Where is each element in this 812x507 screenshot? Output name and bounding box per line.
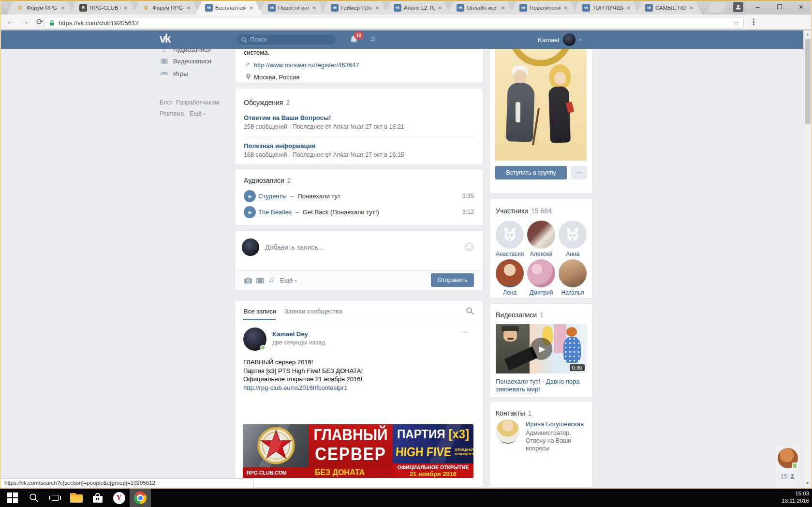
composer-avatar[interactable]	[242, 239, 259, 256]
composer-input[interactable]: Добавить запись...	[265, 243, 324, 251]
contact-name-link[interactable]: Ирина Богушевская	[526, 420, 584, 428]
close-button[interactable]: ✕	[790, 0, 812, 14]
discussion-topic-link[interactable]: Ответим на Ваши Вопросы!	[244, 114, 331, 121]
member-avatar[interactable]	[527, 221, 555, 249]
member-name[interactable]: Анастасия	[494, 251, 525, 257]
member-name[interactable]: Наталья	[557, 289, 588, 296]
minimize-button[interactable]: –	[747, 0, 768, 14]
scrollbar-thumb[interactable]	[805, 39, 811, 124]
attach-video-icon[interactable]	[256, 276, 265, 285]
contacts-header[interactable]: Контакты1	[496, 409, 531, 418]
search-input[interactable]: Поиск	[236, 34, 337, 45]
audio-artist-link[interactable]: The Beatles	[258, 209, 292, 216]
footer-link-blog[interactable]: Блог	[160, 99, 173, 106]
audio-artist-link[interactable]: Студенты	[258, 193, 287, 200]
user-menu[interactable]: Kamael ▾	[538, 30, 582, 49]
member-avatar[interactable]	[559, 221, 587, 249]
composer-more-menu[interactable]: Ещё ▾	[280, 277, 297, 284]
member-avatar[interactable]	[496, 221, 524, 249]
videos-header[interactable]: Видеозаписи1	[496, 311, 544, 319]
tab-close-icon[interactable]: ✕	[311, 5, 316, 11]
browser-menu-icon[interactable]: ⋮	[750, 17, 757, 27]
scroll-down-arrow[interactable]: ▼	[804, 481, 811, 485]
browser-tab-active[interactable]: vk Бесплатная ✕	[195, 1, 262, 15]
browser-tab[interactable]: vk Анонс L2 ТО ✕	[384, 1, 451, 15]
video-thumbnail[interactable]: ▶ 0:30	[496, 324, 587, 373]
start-button[interactable]	[2, 489, 23, 507]
browser-tab[interactable]: vk САМЫЕ ПОП ✕	[635, 1, 702, 15]
post-author-link[interactable]: Kamael Dey	[272, 330, 308, 338]
footer-link-ads[interactable]: Реклама	[160, 110, 184, 117]
browser-tab[interactable]: vk ТОП ЛУЧШИ ✕	[573, 1, 639, 15]
contact-avatar[interactable]	[496, 419, 520, 444]
join-group-button[interactable]: Вступить в группу	[495, 166, 567, 179]
group-photo[interactable]	[495, 40, 587, 161]
browser-tab[interactable]: ♛ Форум RPG- ✕	[7, 1, 74, 15]
tab-close-icon[interactable]: ✕	[249, 5, 253, 11]
bookmark-star-icon[interactable]: ☆	[733, 19, 739, 28]
member-name[interactable]: Анна	[557, 251, 588, 257]
post-link[interactable]: http://rpg-club.eu/ns2016hfcontestpr1	[243, 384, 347, 391]
tab-close-icon[interactable]: ✕	[437, 5, 442, 11]
footer-link-developers[interactable]: Разработчикам	[176, 99, 219, 106]
member-name[interactable]: Дмитрий	[526, 289, 557, 296]
video-title-link[interactable]: Понаехали тут! - Давно пора завоевать ми…	[496, 378, 583, 393]
yandex-browser-icon[interactable]: Y	[108, 489, 130, 507]
page-scrollbar[interactable]: ▲ ▼	[803, 30, 811, 488]
play-button[interactable]: ▶	[244, 190, 256, 202]
group-options-button[interactable]: ···	[571, 166, 587, 179]
attach-audio-icon[interactable]: ♫	[268, 275, 274, 284]
browser-tab[interactable]: vk Новости онл ✕	[258, 1, 325, 15]
tab-community-posts[interactable]: Записи сообщества	[284, 308, 342, 315]
tab-close-icon[interactable]: ✕	[563, 5, 568, 11]
discussions-header[interactable]: Обсуждения2	[244, 98, 290, 107]
tab-close-icon[interactable]: ✕	[186, 5, 191, 11]
wall-search-icon[interactable]	[466, 307, 474, 315]
file-explorer-icon[interactable]	[66, 489, 87, 507]
tab-close-icon[interactable]: ✕	[123, 5, 128, 11]
scroll-up-arrow[interactable]: ▲	[804, 32, 811, 36]
tab-close-icon[interactable]: ✕	[374, 5, 379, 11]
browser-tab[interactable]: vk Онлайн игр ✕	[447, 1, 514, 15]
tab-close-icon[interactable]: ✕	[60, 5, 65, 11]
audio-header[interactable]: Аудиозаписи2	[244, 176, 291, 185]
emoji-smiley-icon[interactable]	[464, 242, 474, 252]
member-avatar[interactable]	[527, 259, 555, 287]
vk-logo[interactable]: vk	[160, 32, 170, 45]
footer-link-more[interactable]: Ещё ▾	[190, 110, 206, 117]
taskbar-search-icon[interactable]	[23, 489, 44, 507]
tab-close-icon[interactable]: ✕	[500, 5, 505, 11]
post-banner-image[interactable]: ГЛАВНЫЙ СЕРВЕР ПАРТИЯ [x3] HIGH FIVE ОФИ…	[243, 424, 473, 478]
tab-all-posts[interactable]: Все записи	[244, 308, 276, 315]
browser-profile-icon[interactable]	[733, 2, 743, 12]
tab-close-icon[interactable]: ✕	[689, 5, 694, 11]
windows-store-icon[interactable]	[87, 489, 108, 507]
send-post-button[interactable]: Отправить	[431, 273, 474, 287]
address-bar[interactable]: https://vk.com/club19205612 ☆	[44, 17, 744, 29]
group-website-link[interactable]: http://www.moswar.ru/register/463647	[254, 61, 359, 69]
online-friends-widget[interactable]: 15	[775, 444, 800, 488]
back-button[interactable]: ←	[5, 17, 16, 27]
taskbar-clock[interactable]: 15:03 13.11.2016	[782, 490, 809, 505]
url-text[interactable]: https://vk.com/club19205612	[59, 19, 733, 27]
browser-tab[interactable]: ♛ Форум RPG- ✕	[133, 1, 199, 15]
maximize-button[interactable]	[768, 0, 790, 14]
browser-tab[interactable]: vk Геймер | Он ✕	[321, 1, 388, 15]
member-avatar[interactable]	[496, 259, 524, 287]
member-avatar[interactable]	[559, 259, 587, 287]
members-header[interactable]: Участники15 684	[496, 207, 552, 215]
discussion-topic-link[interactable]: Полезная информация	[244, 142, 315, 149]
browser-tab[interactable]: vk Повелители ✕	[510, 1, 576, 15]
sidebar-item-games[interactable]: Игры	[160, 68, 230, 79]
member-name[interactable]: Лена	[494, 289, 525, 296]
sidebar-item-video[interactable]: Видеозаписи	[160, 55, 230, 67]
new-tab-button[interactable]	[707, 3, 726, 13]
chrome-taskbar-icon[interactable]	[130, 489, 151, 507]
browser-tab[interactable]: R RPG-CLUB Ev ✕	[70, 1, 136, 15]
reload-button[interactable]: ⟳	[34, 17, 45, 27]
forward-button[interactable]: →	[19, 17, 31, 27]
member-name[interactable]: Алексей	[526, 251, 557, 257]
attach-photo-icon[interactable]	[244, 276, 252, 285]
music-icon[interactable]: ♫	[369, 34, 376, 44]
task-view-icon[interactable]	[44, 489, 66, 507]
